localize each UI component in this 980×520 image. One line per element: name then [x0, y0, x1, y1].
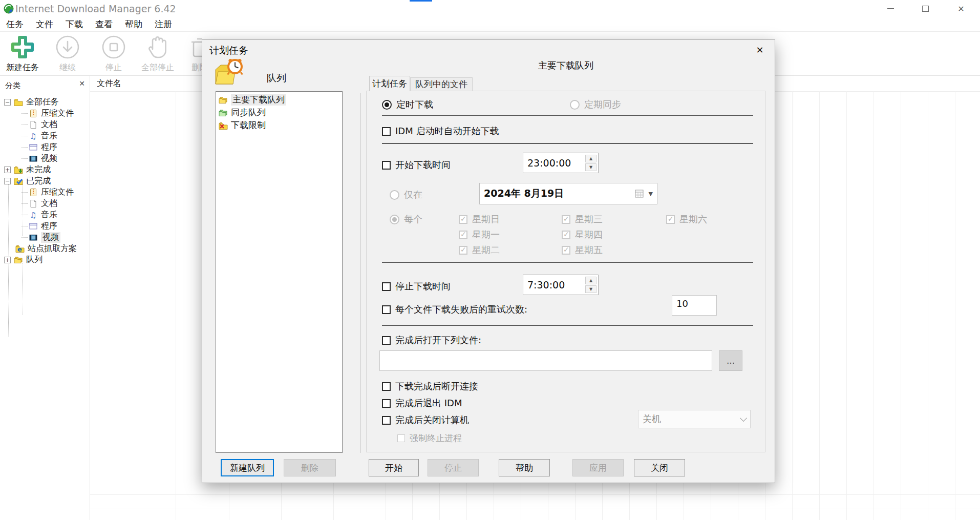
stop-icon	[100, 34, 127, 60]
video-icon	[29, 154, 38, 163]
tree-item-unfinished[interactable]: +未完成	[0, 164, 89, 175]
tree-item-queues[interactable]: +队列	[0, 254, 89, 265]
checkbox-icon	[562, 215, 570, 224]
tree-item-compressed[interactable]: 压缩文件	[0, 186, 89, 198]
browse-button[interactable]: ...	[719, 350, 742, 371]
toolbar-stop-button[interactable]: 停止	[92, 34, 135, 73]
minimize-button[interactable]	[883, 3, 898, 14]
stop-time-input[interactable]: 7:30:00 ▲ ▼	[523, 275, 599, 295]
checkbox-icon	[382, 416, 391, 425]
menu-item-view[interactable]: 查看	[95, 18, 113, 30]
document-icon	[29, 199, 38, 208]
tree-item-music[interactable]: 音乐	[0, 209, 89, 220]
folder-ie-icon	[15, 244, 25, 253]
tree-item-site-grabber[interactable]: 站点抓取方案	[0, 243, 89, 254]
queue-item-limit[interactable]: 下载限制	[216, 119, 342, 132]
tree-item-compressed[interactable]: 压缩文件	[0, 108, 89, 119]
toolbar-label: 停止	[105, 63, 122, 73]
grid-column-line	[819, 91, 820, 520]
menu-item-download[interactable]: 下载	[66, 18, 83, 30]
tree-item-music[interactable]: 音乐	[0, 130, 89, 141]
menu-item-file[interactable]: 文件	[36, 18, 53, 30]
queue-listbox[interactable]: 主要下载队列 同步队列 下载限制	[216, 91, 343, 453]
checkbox-icon	[382, 161, 391, 170]
close-dialog-button[interactable]: 关闭	[634, 459, 685, 476]
tab-scheduler[interactable]: 计划任务	[369, 76, 410, 91]
tree-item-documents[interactable]: 文档	[0, 198, 89, 209]
retry-count-input[interactable]: 10	[672, 295, 717, 316]
hangup-checkbox[interactable]: 下载完成后断开连接	[382, 380, 478, 392]
close-button[interactable]: ✕	[953, 3, 969, 14]
weekday-monday-checkbox[interactable]: 星期一	[459, 228, 500, 241]
queue-item-main[interactable]: 主要下载队列	[216, 93, 342, 106]
dropdown-arrow-icon[interactable]: ▼	[649, 191, 653, 197]
tree-item-documents[interactable]: 文档	[0, 119, 89, 130]
tree-item-finished[interactable]: −已完成	[0, 175, 89, 186]
collapse-icon[interactable]: −	[4, 99, 11, 106]
weekday-tuesday-checkbox[interactable]: 星期二	[459, 244, 500, 256]
start-time-input[interactable]: 23:00:00 ▲ ▼	[523, 153, 599, 173]
add-task-icon	[9, 34, 36, 60]
toolbar-new-task-button[interactable]: 新建任务	[1, 34, 44, 73]
tree-item-programs[interactable]: 程序	[0, 141, 89, 153]
help-button[interactable]: 帮助	[499, 459, 550, 476]
calendar-icon[interactable]	[635, 190, 644, 198]
folder-check-icon	[14, 177, 23, 185]
periodic-sync-radio[interactable]: 定期同步	[570, 98, 621, 111]
start-button[interactable]: 开始	[369, 459, 419, 476]
maximize-button[interactable]	[918, 3, 933, 14]
collapse-icon[interactable]: −	[4, 178, 11, 184]
tree-item-video[interactable]: 视频	[0, 153, 89, 164]
category-tree: −全部任务 压缩文件 文档 音乐 程序 视频 +未完成 −已完成 压缩文件 文档…	[0, 96, 89, 265]
music-icon	[29, 132, 38, 140]
tree-item-video[interactable]: 视频	[0, 232, 89, 243]
menu-bar: 任务 文件 下载 查看 帮助 注册	[0, 17, 980, 32]
spin-up-icon[interactable]: ▲	[585, 155, 596, 162]
chevron-down-icon	[740, 414, 747, 422]
toolbar-resume-button[interactable]: 继续	[46, 34, 89, 73]
date-picker[interactable]: 2024年 8月19日 ▼	[479, 183, 657, 204]
stop-queue-button[interactable]: 停止	[428, 459, 479, 476]
delete-queue-button[interactable]: 删除	[284, 459, 336, 476]
tree-item-all-tasks[interactable]: −全部任务	[0, 96, 89, 108]
shutdown-mode-dropdown[interactable]: 关机	[638, 410, 751, 428]
retry-count-checkbox[interactable]: 每个文件下载失败后的重试次数:	[382, 303, 527, 316]
apply-button[interactable]: 应用	[572, 459, 624, 476]
open-file-input[interactable]	[379, 350, 712, 371]
tree-item-programs[interactable]: 程序	[0, 220, 89, 232]
expand-icon[interactable]: +	[4, 257, 11, 263]
weekday-saturday-checkbox[interactable]: 星期六	[666, 213, 707, 225]
new-queue-button[interactable]: 新建队列	[221, 459, 274, 476]
weekday-wednesday-checkbox[interactable]: 星期三	[562, 213, 603, 225]
spin-down-icon[interactable]: ▼	[585, 285, 596, 293]
start-time-checkbox[interactable]: 开始下载时间	[382, 159, 451, 171]
exit-idm-checkbox[interactable]: 完成后退出 IDM	[382, 397, 462, 409]
menu-item-register[interactable]: 注册	[155, 18, 172, 30]
menu-item-tasks[interactable]: 任务	[6, 18, 24, 30]
checkbox-icon	[382, 382, 391, 391]
tab-files-in-queue[interactable]: 队列中的文件	[410, 77, 473, 91]
weekday-sunday-checkbox[interactable]: 星期日	[459, 213, 500, 225]
shutdown-checkbox[interactable]: 完成后关闭计算机	[382, 414, 469, 426]
weekday-thursday-checkbox[interactable]: 星期四	[562, 228, 603, 241]
force-kill-checkbox[interactable]: 强制终止进程	[397, 432, 462, 444]
stop-time-checkbox[interactable]: 停止下载时间	[382, 280, 451, 293]
every-radio[interactable]: 每个	[390, 213, 422, 225]
open-file-checkbox[interactable]: 完成后打开下列文件:	[382, 334, 481, 346]
expand-icon[interactable]: +	[4, 167, 11, 173]
close-panel-icon[interactable]: ✕	[79, 79, 85, 88]
menu-item-help[interactable]: 帮助	[125, 18, 142, 30]
timed-download-radio[interactable]: 定时下载	[382, 98, 433, 111]
spin-down-icon[interactable]: ▼	[585, 163, 596, 171]
spin-up-icon[interactable]: ▲	[585, 277, 596, 284]
weekday-friday-checkbox[interactable]: 星期五	[562, 244, 603, 256]
queue-item-sync[interactable]: 同步队列	[216, 106, 342, 119]
only-on-radio[interactable]: 仅在	[390, 189, 422, 201]
separator	[382, 115, 753, 116]
dialog-close-icon[interactable]: ✕	[753, 45, 766, 55]
column-header-filename[interactable]: 文件名	[97, 78, 121, 89]
idm-logo-icon	[4, 4, 14, 14]
toolbar-stop-all-button[interactable]: 全部停止	[136, 34, 179, 73]
autostart-checkbox[interactable]: IDM 启动时自动开始下载	[382, 125, 499, 137]
checkbox-icon	[382, 282, 391, 291]
